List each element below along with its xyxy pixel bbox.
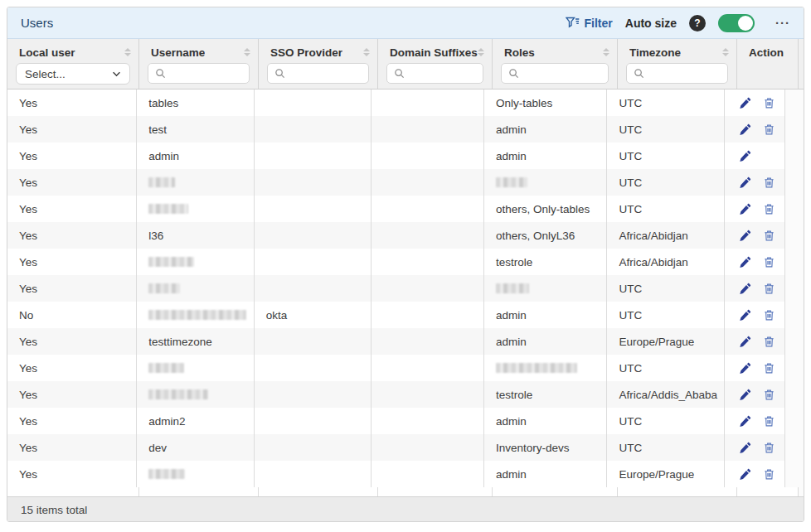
delete-button[interactable]: [763, 255, 776, 268]
strip-cell: [139, 487, 259, 496]
search-icon: [634, 68, 644, 79]
sort-icon[interactable]: [478, 48, 484, 56]
edit-button[interactable]: [739, 308, 752, 322]
cell-local-user: Yes: [7, 461, 137, 487]
cell-domain-suffixes: [372, 249, 484, 275]
roles-search-input[interactable]: [501, 63, 609, 84]
domain-suffixes-search-input[interactable]: [386, 63, 483, 84]
cell-timezone: UTC: [607, 302, 725, 328]
cell-roles: [484, 275, 607, 302]
edit-button[interactable]: [739, 202, 752, 215]
delete-button[interactable]: [763, 123, 776, 136]
overflow-menu-icon[interactable]: ···: [775, 16, 790, 30]
auto-size-toggle[interactable]: [718, 14, 755, 32]
cell-sso-provider: okta: [255, 302, 372, 328]
cell-timezone: Africa/Addis_Ababa: [607, 381, 725, 408]
sort-icon[interactable]: [722, 48, 729, 56]
cell-sso-provider: [255, 249, 372, 275]
filter-funnel-icon: [566, 17, 580, 29]
edit-button[interactable]: [739, 149, 752, 162]
cell-roles: others, OnlyL36: [484, 222, 607, 249]
cell-sso-provider: [255, 461, 372, 487]
cell-sso-provider: [255, 275, 372, 302]
edit-button[interactable]: [739, 414, 752, 428]
cell-username: [137, 355, 255, 381]
cell-username: [137, 275, 255, 302]
column-header-label[interactable]: Username: [151, 46, 205, 59]
edit-button[interactable]: [739, 361, 752, 375]
timezone-search-input[interactable]: [626, 63, 728, 84]
cell-sso-provider: [255, 381, 372, 408]
column-header-label[interactable]: Local user: [19, 46, 75, 59]
help-icon[interactable]: ?: [689, 15, 706, 31]
table-row: YesadminEurope/Prague: [7, 461, 804, 487]
cell-domain-suffixes: [372, 302, 484, 328]
cell-action: [725, 328, 785, 355]
redacted-text: [496, 177, 527, 187]
column-header-label[interactable]: Domain Suffixes: [390, 46, 478, 59]
strip-cell: [618, 487, 737, 496]
username-search-input[interactable]: [148, 63, 250, 84]
edit-button[interactable]: [739, 282, 752, 295]
redacted-text: [496, 283, 529, 293]
table-row: YesUTC: [7, 275, 804, 302]
column-header-label[interactable]: Roles: [504, 46, 535, 59]
auto-size-label[interactable]: Auto size: [625, 17, 677, 30]
edit-button[interactable]: [739, 335, 752, 348]
delete-button[interactable]: [763, 282, 776, 295]
edit-button[interactable]: [739, 467, 752, 481]
sort-icon[interactable]: [603, 48, 609, 56]
delete-button[interactable]: [763, 414, 776, 428]
delete-button[interactable]: [763, 96, 776, 109]
redacted-text: [148, 469, 185, 479]
cell-action: [725, 381, 785, 408]
filter-button[interactable]: Filter: [566, 17, 613, 30]
table-row: YestablesOnly-tablesUTC: [7, 89, 804, 116]
sort-icon[interactable]: [363, 48, 370, 56]
column-header-label[interactable]: Action: [749, 46, 784, 59]
delete-button[interactable]: [763, 467, 776, 481]
edit-button[interactable]: [739, 96, 752, 109]
edit-button[interactable]: [739, 176, 752, 189]
cell-timezone: UTC: [607, 169, 725, 196]
delete-button[interactable]: [763, 202, 776, 215]
edit-button[interactable]: [739, 255, 752, 268]
redacted-text: [148, 389, 208, 399]
column-header-label[interactable]: SSO Provider: [270, 46, 342, 59]
search-icon: [394, 68, 405, 79]
cell-username: dev: [137, 434, 255, 461]
cell-roles: others, Only-tables: [484, 196, 607, 222]
cell-action: [725, 222, 785, 249]
cell-action: [725, 89, 785, 116]
table-bottom-strip: [7, 487, 804, 496]
cell-action: [725, 143, 785, 169]
table-row: YesUTC: [7, 355, 804, 381]
panel-titlebar: Users Filter Auto size ? ···: [7, 7, 804, 39]
edit-button[interactable]: [739, 229, 752, 242]
table-row: YesadminadminUTC: [7, 143, 804, 169]
edit-button[interactable]: [739, 123, 752, 136]
redacted-text: [148, 283, 180, 293]
cell-roles: testrole: [484, 249, 607, 275]
delete-button[interactable]: [763, 361, 776, 375]
sort-icon[interactable]: [124, 48, 131, 56]
edit-button[interactable]: [739, 388, 752, 401]
scrollbar-gutter: [785, 196, 804, 222]
sort-icon[interactable]: [244, 48, 250, 56]
column-header-label[interactable]: Timezone: [629, 46, 681, 59]
strip-cell: [259, 487, 378, 496]
delete-button[interactable]: [763, 441, 776, 454]
delete-button[interactable]: [763, 388, 776, 401]
sso-provider-search-input[interactable]: [267, 63, 369, 84]
cell-action: [725, 302, 785, 328]
delete-button[interactable]: [763, 335, 776, 348]
edit-button[interactable]: [739, 441, 752, 454]
cell-username: [137, 249, 255, 275]
delete-button[interactable]: [763, 176, 776, 189]
cell-domain-suffixes: [372, 381, 484, 408]
delete-button[interactable]: [763, 229, 776, 242]
select-placeholder: Select...: [25, 68, 66, 80]
cell-timezone: UTC: [607, 434, 725, 461]
delete-button[interactable]: [763, 308, 776, 322]
local-user-filter-select[interactable]: Select...: [16, 63, 130, 85]
